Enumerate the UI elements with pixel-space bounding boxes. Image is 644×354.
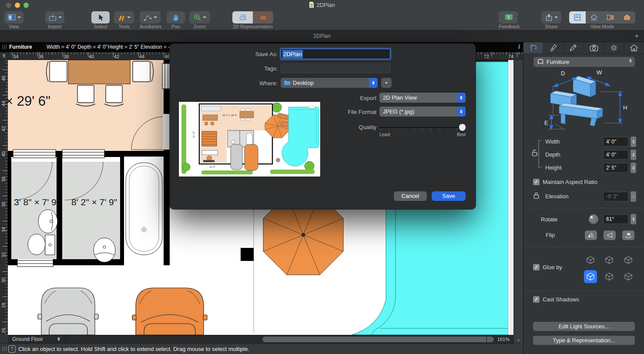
help-icon[interactable]: ? bbox=[8, 345, 16, 353]
glue-bottom-right-button[interactable] bbox=[622, 270, 635, 283]
view-mode-2d-option[interactable] bbox=[569, 11, 586, 23]
select-button[interactable] bbox=[91, 11, 110, 23]
glue-top-left-button[interactable] bbox=[584, 254, 597, 267]
add-tab-button[interactable]: + bbox=[629, 31, 644, 42]
horizontal-scrollbar[interactable] bbox=[262, 337, 494, 342]
tab-edit[interactable] bbox=[564, 42, 584, 53]
view-mode-3d-option[interactable] bbox=[619, 11, 635, 23]
tab-2dplan[interactable]: 2DPlan bbox=[0, 31, 644, 42]
rotate-field[interactable]: 61° bbox=[603, 214, 628, 224]
width-stepper[interactable] bbox=[631, 137, 636, 147]
slider-thumb[interactable] bbox=[459, 124, 466, 131]
house-elevation-icon bbox=[590, 14, 598, 21]
cube-icon bbox=[604, 272, 614, 281]
floor-selector[interactable]: Ground Floor bbox=[8, 335, 66, 344]
view-mode-split-option[interactable] bbox=[602, 11, 619, 23]
auxiliaries-button[interactable] bbox=[140, 11, 161, 23]
feedback-button[interactable] bbox=[499, 11, 518, 23]
height-field[interactable]: 2' 5" bbox=[603, 163, 628, 173]
toilet[interactable] bbox=[94, 238, 115, 262]
zoom-menu-chevron[interactable]: ⌄ bbox=[514, 337, 523, 342]
chevron-down-icon bbox=[17, 17, 21, 18]
export-label: Export bbox=[309, 95, 376, 101]
edit-light-sources-button[interactable]: Edit Light Sources... bbox=[533, 322, 635, 331]
zoom-level[interactable]: 161% bbox=[486, 335, 511, 344]
flip-3d-icon bbox=[624, 232, 633, 239]
depth-field[interactable]: 4' 0" bbox=[603, 150, 628, 160]
2d-representation-sofa-option[interactable] bbox=[253, 11, 273, 23]
file-format-popup[interactable]: JPEG (*.jpg) bbox=[379, 107, 466, 117]
depth-stepper[interactable] bbox=[631, 150, 636, 160]
tab-object-properties[interactable] bbox=[523, 42, 543, 53]
car-gray[interactable] bbox=[38, 288, 98, 335]
expand-dialog-button[interactable] bbox=[381, 78, 392, 88]
column bbox=[241, 248, 254, 261]
tab-light[interactable] bbox=[604, 42, 624, 53]
save-as-input[interactable]: 2DPlan bbox=[281, 49, 390, 59]
glue-bottom-center-button[interactable] bbox=[603, 270, 616, 283]
flip-horizontal-button[interactable] bbox=[585, 230, 597, 240]
sofa-icon bbox=[259, 14, 267, 21]
status-message: Click an object to select. Hold Shift an… bbox=[18, 344, 249, 354]
chevron-down-icon bbox=[203, 17, 206, 18]
popup-chevrons-icon bbox=[369, 78, 378, 88]
tab-building[interactable] bbox=[624, 42, 644, 53]
maintain-aspect-checkbox[interactable]: ✓ bbox=[533, 179, 540, 185]
2d-representation-plan-option[interactable] bbox=[232, 11, 253, 23]
pan-button[interactable] bbox=[167, 11, 185, 23]
chair-outline-icon bbox=[239, 14, 247, 21]
toilet[interactable] bbox=[28, 234, 55, 255]
document-tab-bar: 2DPlan + bbox=[0, 30, 644, 42]
dining-table[interactable] bbox=[68, 60, 130, 84]
export-popup[interactable]: 2D Plan View bbox=[379, 93, 466, 103]
sink[interactable] bbox=[38, 210, 57, 233]
2d-representation-segment bbox=[232, 11, 273, 23]
dining-room: × 29' 6" bbox=[8, 60, 164, 152]
panel-separator bbox=[523, 291, 644, 291]
rotate-knob[interactable] bbox=[589, 214, 598, 224]
drag-grip-icon[interactable]: ||| bbox=[2, 44, 7, 49]
tab-camera[interactable] bbox=[584, 42, 604, 53]
cast-shadows-checkbox[interactable]: ✓ bbox=[533, 296, 540, 303]
glue-by-checkbox[interactable]: ✓ bbox=[533, 264, 540, 271]
view-mode-elevation-option[interactable] bbox=[586, 11, 602, 23]
info-icon[interactable]: i bbox=[518, 43, 520, 50]
zoom-tool-button[interactable] bbox=[189, 11, 210, 23]
import-button[interactable] bbox=[45, 11, 64, 23]
status-bar: ||| ? Click an object to select. Hold Sh… bbox=[0, 344, 523, 354]
info-height: Height = 2' 5" bbox=[108, 44, 139, 50]
flip-vertical-button[interactable] bbox=[604, 230, 616, 240]
slider-track bbox=[379, 127, 466, 128]
glue-bottom-left-button[interactable] bbox=[584, 270, 597, 283]
flip-3d-button[interactable] bbox=[622, 230, 634, 240]
cancel-button[interactable]: Cancel bbox=[394, 191, 427, 201]
rotate-stepper[interactable] bbox=[631, 214, 636, 224]
type-representation-button[interactable]: Type & Representation... bbox=[533, 336, 635, 345]
lock-closed-icon[interactable] bbox=[533, 192, 540, 199]
house-3d-icon bbox=[623, 14, 631, 21]
depth-label: Depth bbox=[545, 151, 560, 158]
chevron-down-icon bbox=[127, 17, 131, 18]
tags-input[interactable] bbox=[281, 63, 390, 73]
chevron-down-icon bbox=[154, 17, 157, 18]
tools-button[interactable] bbox=[114, 11, 134, 23]
save-button[interactable]: Save bbox=[432, 191, 466, 201]
import-icon bbox=[48, 13, 57, 21]
ruler-unit: ft bbox=[0, 52, 8, 60]
tab-materials[interactable] bbox=[543, 42, 564, 53]
where-popup[interactable]: Desktop bbox=[281, 78, 378, 88]
view-button[interactable] bbox=[4, 11, 23, 23]
share-button[interactable] bbox=[541, 11, 561, 23]
elevation-stepper[interactable] bbox=[631, 191, 636, 202]
feedback-icon bbox=[504, 13, 513, 22]
lock-open-icon[interactable] bbox=[531, 149, 538, 157]
glue-top-right-button[interactable] bbox=[622, 254, 635, 267]
width-field[interactable]: 4' 0" bbox=[603, 137, 628, 147]
height-stepper[interactable] bbox=[631, 163, 636, 173]
category-popup[interactable]: Furniture bbox=[533, 57, 635, 67]
glue-top-center-button[interactable] bbox=[603, 254, 616, 267]
bathtub[interactable] bbox=[124, 157, 164, 265]
quality-slider[interactable] bbox=[379, 123, 466, 132]
elevation-field[interactable]: -0' 2" bbox=[603, 192, 628, 201]
car-orange[interactable] bbox=[132, 288, 207, 335]
